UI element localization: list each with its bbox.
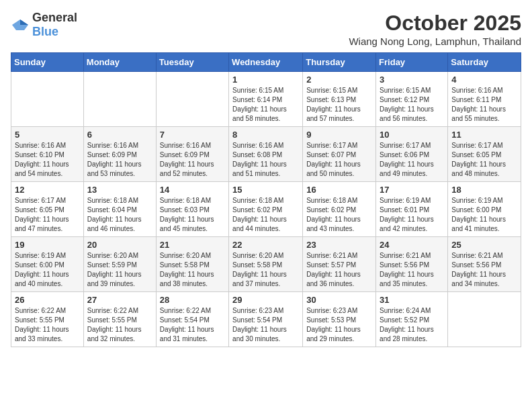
weekday-header: Monday [83,53,156,72]
calendar-cell: 4Sunrise: 6:16 AMSunset: 6:11 PMDaylight… [448,72,521,127]
weekday-header: Wednesday [229,53,303,72]
calendar-cell: 12Sunrise: 6:17 AMSunset: 6:05 PMDayligh… [11,182,84,237]
calendar-cell: 23Sunrise: 6:21 AMSunset: 5:57 PMDayligh… [303,237,376,292]
location: Wiang Nong Long, Lamphun, Thailand [349,36,521,47]
day-number: 17 [380,185,444,195]
calendar-cell: 25Sunrise: 6:21 AMSunset: 5:56 PMDayligh… [448,237,521,292]
weekday-header-row: SundayMondayTuesdayWednesdayThursdayFrid… [11,53,521,72]
cell-content: Sunrise: 6:22 AMSunset: 5:55 PMDaylight:… [15,306,80,344]
logo-icon [11,18,30,32]
calendar-cell: 2Sunrise: 6:15 AMSunset: 6:13 PMDaylight… [303,72,376,127]
cell-content: Sunrise: 6:21 AMSunset: 5:57 PMDaylight:… [306,251,372,289]
calendar-cell: 17Sunrise: 6:19 AMSunset: 6:01 PMDayligh… [376,182,448,237]
day-number: 14 [160,185,225,195]
calendar-cell: 11Sunrise: 6:17 AMSunset: 6:05 PMDayligh… [448,127,521,182]
calendar-cell: 13Sunrise: 6:18 AMSunset: 6:04 PMDayligh… [83,182,156,237]
svg-marker-1 [20,19,28,25]
day-number: 2 [306,75,372,85]
cell-content: Sunrise: 6:19 AMSunset: 6:01 PMDaylight:… [380,196,444,234]
cell-content: Sunrise: 6:20 AMSunset: 5:58 PMDaylight:… [160,251,225,289]
day-number: 5 [15,130,80,140]
calendar-table: SundayMondayTuesdayWednesdayThursdayFrid… [11,52,521,347]
calendar-cell [83,72,156,127]
cell-content: Sunrise: 6:18 AMSunset: 6:04 PMDaylight:… [87,196,152,234]
calendar-week-row: 12Sunrise: 6:17 AMSunset: 6:05 PMDayligh… [11,182,521,237]
logo-text: General Blue [32,11,77,39]
calendar-week-row: 26Sunrise: 6:22 AMSunset: 5:55 PMDayligh… [11,292,521,347]
cell-content: Sunrise: 6:17 AMSunset: 6:06 PMDaylight:… [380,141,444,179]
calendar-cell: 5Sunrise: 6:16 AMSunset: 6:10 PMDaylight… [11,127,84,182]
calendar-cell: 22Sunrise: 6:20 AMSunset: 5:58 PMDayligh… [229,237,303,292]
cell-content: Sunrise: 6:24 AMSunset: 5:52 PMDaylight:… [380,306,444,344]
cell-content: Sunrise: 6:16 AMSunset: 6:09 PMDaylight:… [160,141,225,179]
day-number: 3 [380,75,444,85]
cell-content: Sunrise: 6:18 AMSunset: 6:03 PMDaylight:… [160,196,225,234]
cell-content: Sunrise: 6:20 AMSunset: 5:58 PMDaylight:… [232,251,299,289]
day-number: 22 [232,240,299,250]
cell-content: Sunrise: 6:16 AMSunset: 6:09 PMDaylight:… [87,141,152,179]
logo-blue: Blue [32,25,58,38]
cell-content: Sunrise: 6:17 AMSunset: 6:05 PMDaylight:… [451,141,517,179]
calendar-week-row: 1Sunrise: 6:15 AMSunset: 6:14 PMDaylight… [11,72,521,127]
cell-content: Sunrise: 6:17 AMSunset: 6:07 PMDaylight:… [306,141,372,179]
calendar-cell: 21Sunrise: 6:20 AMSunset: 5:58 PMDayligh… [156,237,228,292]
cell-content: Sunrise: 6:21 AMSunset: 5:56 PMDaylight:… [451,251,517,289]
day-number: 7 [160,130,225,140]
weekday-header: Tuesday [156,53,228,72]
day-number: 29 [232,295,299,305]
month-year: October 2025 [349,11,521,36]
weekday-header: Thursday [303,53,376,72]
day-number: 19 [15,240,80,250]
day-number: 30 [306,295,372,305]
cell-content: Sunrise: 6:17 AMSunset: 6:05 PMDaylight:… [15,196,80,234]
calendar-cell [448,292,521,347]
calendar-cell: 14Sunrise: 6:18 AMSunset: 6:03 PMDayligh… [156,182,228,237]
cell-content: Sunrise: 6:20 AMSunset: 5:59 PMDaylight:… [87,251,152,289]
calendar-cell: 28Sunrise: 6:22 AMSunset: 5:54 PMDayligh… [156,292,228,347]
day-number: 25 [451,240,517,250]
cell-content: Sunrise: 6:15 AMSunset: 6:13 PMDaylight:… [306,86,372,124]
calendar-cell [11,72,84,127]
calendar-cell: 26Sunrise: 6:22 AMSunset: 5:55 PMDayligh… [11,292,84,347]
day-number: 27 [87,295,152,305]
day-number: 1 [232,75,299,85]
calendar-cell: 7Sunrise: 6:16 AMSunset: 6:09 PMDaylight… [156,127,228,182]
day-number: 8 [232,130,299,140]
day-number: 11 [451,130,517,140]
cell-content: Sunrise: 6:21 AMSunset: 5:56 PMDaylight:… [380,251,444,289]
calendar-cell: 8Sunrise: 6:16 AMSunset: 6:08 PMDaylight… [229,127,303,182]
cell-content: Sunrise: 6:23 AMSunset: 5:53 PMDaylight:… [306,306,372,344]
calendar-cell: 15Sunrise: 6:18 AMSunset: 6:02 PMDayligh… [229,182,303,237]
calendar-cell: 6Sunrise: 6:16 AMSunset: 6:09 PMDaylight… [83,127,156,182]
calendar-cell: 9Sunrise: 6:17 AMSunset: 6:07 PMDaylight… [303,127,376,182]
logo-general: General [32,11,77,24]
calendar-cell: 18Sunrise: 6:19 AMSunset: 6:00 PMDayligh… [448,182,521,237]
day-number: 6 [87,130,152,140]
calendar-cell [156,72,228,127]
calendar-cell: 3Sunrise: 6:15 AMSunset: 6:12 PMDaylight… [376,72,448,127]
cell-content: Sunrise: 6:18 AMSunset: 6:02 PMDaylight:… [232,196,299,234]
day-number: 18 [451,185,517,195]
calendar-cell: 31Sunrise: 6:24 AMSunset: 5:52 PMDayligh… [376,292,448,347]
weekday-header: Sunday [11,53,84,72]
day-number: 9 [306,130,372,140]
day-number: 15 [232,185,299,195]
cell-content: Sunrise: 6:16 AMSunset: 6:11 PMDaylight:… [451,86,517,124]
day-number: 26 [15,295,80,305]
day-number: 13 [87,185,152,195]
day-number: 10 [380,130,444,140]
cell-content: Sunrise: 6:23 AMSunset: 5:54 PMDaylight:… [232,306,299,344]
day-number: 12 [15,185,80,195]
day-number: 16 [306,185,372,195]
weekday-header: Friday [376,53,448,72]
day-number: 4 [451,75,517,85]
day-number: 23 [306,240,372,250]
logo: General Blue [11,11,77,39]
cell-content: Sunrise: 6:16 AMSunset: 6:10 PMDaylight:… [15,141,80,179]
calendar-cell: 16Sunrise: 6:18 AMSunset: 6:02 PMDayligh… [303,182,376,237]
calendar-cell: 29Sunrise: 6:23 AMSunset: 5:54 PMDayligh… [229,292,303,347]
cell-content: Sunrise: 6:18 AMSunset: 6:02 PMDaylight:… [306,196,372,234]
cell-content: Sunrise: 6:16 AMSunset: 6:08 PMDaylight:… [232,141,299,179]
day-number: 28 [160,295,225,305]
cell-content: Sunrise: 6:22 AMSunset: 5:55 PMDaylight:… [87,306,152,344]
